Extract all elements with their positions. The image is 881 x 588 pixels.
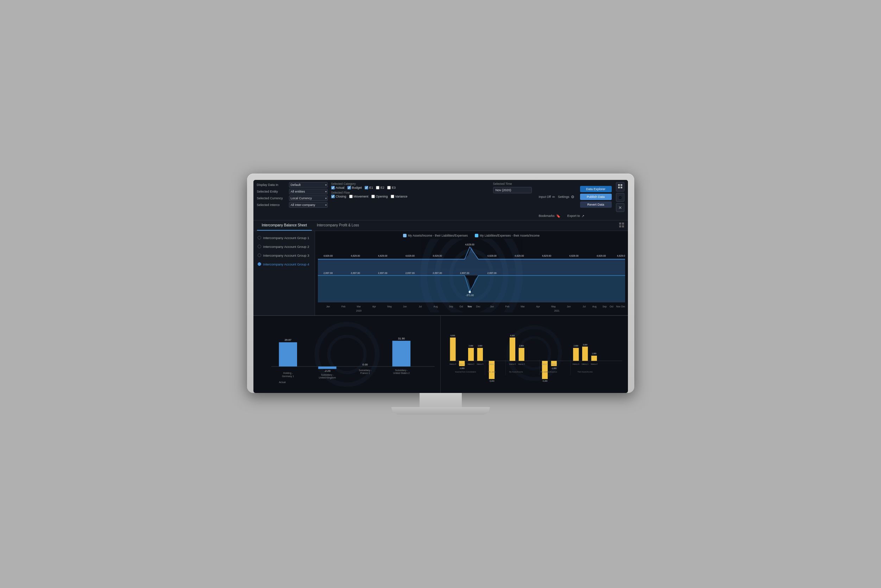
toolbar-selects: Display Data In Default Selected Entity <box>257 182 328 208</box>
svg-text:My Assets/Income: My Assets/Income <box>509 371 523 373</box>
tabs-bar: Intercompany Balance Sheet Intercompany … <box>253 220 628 231</box>
checkbox-e1[interactable]: E1 <box>365 186 373 189</box>
legend-box-1 <box>403 234 406 237</box>
checkbox-closing[interactable]: Closing <box>331 195 346 198</box>
svg-text:May: May <box>387 304 392 308</box>
svg-text:-1,000: -1,000 <box>551 367 556 369</box>
sidebar-item-group2[interactable]: Intercompany Account Group 2 <box>256 243 313 250</box>
checkbox-variance[interactable]: Variance <box>391 195 408 198</box>
svg-text:Mar: Mar <box>521 304 525 308</box>
svg-text:4,629.00: 4,629.00 <box>542 254 551 257</box>
close-button[interactable] <box>616 203 625 212</box>
svg-rect-93 <box>477 348 483 361</box>
legend-label-2: My Liabilities/Expenses - their Assets/I… <box>480 234 539 237</box>
toolbar-actions: Input Off Settings <box>539 182 625 218</box>
tab-profit-loss[interactable]: Intercompany Profit & Loss <box>312 220 364 231</box>
settings-icon-button[interactable] <box>616 193 625 202</box>
export-to-link[interactable]: Export to <box>567 214 584 218</box>
data-explorer-button[interactable]: Data Explorer <box>580 186 612 192</box>
svg-text:1,000: 1,000 <box>592 352 596 354</box>
svg-text:Interco 0: Interco 0 <box>449 363 456 365</box>
checkbox-budget[interactable]: Budget <box>348 186 362 189</box>
panel-right-bars: 6,000 -1,000 2,900 2,900 <box>440 316 628 393</box>
svg-text:4,629.00: 4,629.00 <box>378 254 387 257</box>
svg-text:4,629.00: 4,629.00 <box>596 254 605 257</box>
svg-text:Interco 4: Interco 4 <box>518 363 525 365</box>
export-to-label: Export to <box>567 214 580 218</box>
svg-text:2,900: 2,900 <box>469 345 473 347</box>
selected-interco-select-wrapper[interactable]: All Inter-company <box>289 202 328 208</box>
svg-rect-122 <box>591 356 597 361</box>
svg-text:Nov: Nov <box>467 304 472 308</box>
selected-flow-label: Selected Flow <box>331 191 490 194</box>
svg-text:Their Assets/Income: Their Assets/Income <box>578 371 593 373</box>
svg-text:United States 2: United States 2 <box>393 372 409 374</box>
pencil-icon <box>552 195 555 199</box>
svg-text:Interco 0: Interco 0 <box>488 363 495 365</box>
selected-currency-select[interactable]: Local Currency <box>289 195 328 201</box>
sidebar-item-group3[interactable]: Intercompany Account Group 3 <box>256 252 313 259</box>
svg-point-33 <box>469 291 470 293</box>
tab-balance-sheet[interactable]: Intercompany Balance Sheet <box>257 220 312 231</box>
left-bar-chart-svg: 29.67 Holding - Germany 1 -2.23 Subsidia… <box>256 319 438 390</box>
input-off-link[interactable]: Input Off <box>539 195 555 199</box>
main-content: Intercompany Account Group 1 Intercompan… <box>253 231 628 393</box>
svg-text:Jan: Jan <box>490 304 494 308</box>
selected-entity-row: Selected Entity All entities <box>257 189 328 194</box>
svg-text:Mar: Mar <box>357 304 361 308</box>
selected-interco-select[interactable]: All Inter-company <box>289 202 328 208</box>
sidebar-item-group1[interactable]: Intercompany Account Group 1 <box>256 234 313 241</box>
svg-text:Jun: Jun <box>403 304 406 308</box>
sidebar-label-group4: Intercompany Account Group 4 <box>263 262 309 266</box>
svg-text:4,629.00: 4,629.00 <box>487 254 496 257</box>
svg-text:France 1: France 1 <box>360 372 370 374</box>
selected-entity-select[interactable]: All entities <box>289 189 328 194</box>
svg-text:United Kingdom: United Kingdom <box>319 376 336 379</box>
checkbox-movement[interactable]: Movement <box>349 195 369 198</box>
toolbar-checkboxes: Selected Category Actual Budget E1 <box>331 182 490 198</box>
selected-currency-select-wrapper[interactable]: Local Currency <box>289 195 328 201</box>
sidebar: Intercompany Account Group 1 Intercompan… <box>253 231 315 315</box>
checkbox-e2[interactable]: E2 <box>376 186 384 189</box>
svg-text:Dec: Dec <box>476 304 480 308</box>
export-icon <box>581 214 584 218</box>
publish-data-button[interactable]: Publish Data <box>580 194 612 200</box>
svg-rect-64 <box>279 342 297 366</box>
svg-text:Jul: Jul <box>583 304 586 308</box>
display-data-select-wrapper[interactable]: Default <box>289 182 328 188</box>
bookmarks-link[interactable]: Bookmarks <box>539 214 560 218</box>
checkbox-opening[interactable]: Opening <box>372 195 388 198</box>
svg-text:Subsidiary -: Subsidiary - <box>395 369 408 372</box>
settings-link[interactable]: Settings <box>558 195 574 199</box>
svg-text:Actual: Actual <box>279 381 286 383</box>
svg-text:2,697.00: 2,697.00 <box>487 271 496 274</box>
svg-text:Interco 1: Interco 1 <box>542 363 548 365</box>
svg-text:Apr: Apr <box>536 304 540 308</box>
settings-icon <box>619 195 622 200</box>
selected-interco-row: Selected Interco All Inter-company <box>257 202 328 208</box>
sidebar-label-group1: Intercompany Account Group 1 <box>263 236 309 240</box>
sidebar-item-group4[interactable]: Intercompany Account Group 4 <box>256 261 313 268</box>
selected-entity-select-wrapper[interactable]: All entities <box>289 189 328 194</box>
display-data-select[interactable]: Default <box>289 182 328 188</box>
grid-toggle-icon[interactable] <box>619 222 625 228</box>
svg-text:Interco 2: Interco 2 <box>550 363 557 365</box>
selected-category-label: Selected Category <box>331 182 490 186</box>
selected-currency-row: Selected Currency Local Currency <box>257 195 328 201</box>
display-data-row: Display Data In Default <box>257 182 328 188</box>
svg-text:Interco 2: Interco 2 <box>591 363 598 365</box>
svg-text:4,629.00: 4,629.00 <box>515 254 524 257</box>
checkbox-e3[interactable]: E3 <box>387 186 396 189</box>
settings-group: Settings <box>558 195 574 199</box>
svg-text:Oct: Oct <box>459 304 463 308</box>
grid-view-button[interactable] <box>616 182 625 192</box>
svg-text:2,697.00: 2,697.00 <box>433 271 442 274</box>
svg-text:2,697.00: 2,697.00 <box>460 271 469 274</box>
svg-text:29.67: 29.67 <box>285 338 291 341</box>
checkbox-actual[interactable]: Actual <box>331 186 345 189</box>
settings-label: Settings <box>558 195 569 199</box>
radio-group3 <box>258 254 261 257</box>
revert-data-button[interactable]: Revert Data <box>580 201 612 208</box>
time-input[interactable] <box>493 187 532 193</box>
line-chart-svg: 4,629.00 4,629.00 4,629.00 4,629.00 4,62… <box>318 239 625 312</box>
